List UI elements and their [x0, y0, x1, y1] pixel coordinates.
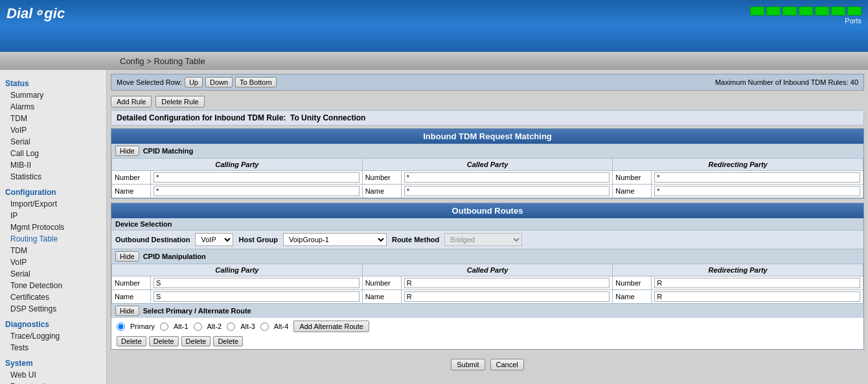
port-light-4 [799, 6, 813, 16]
form-buttons: Submit Cancel [111, 354, 864, 376]
col-redirecting-party: Redirecting Party [613, 159, 863, 171]
row2-label3: Name [613, 185, 652, 198]
delete-button-3[interactable]: Delete [181, 336, 211, 346]
submit-button[interactable]: Submit [451, 359, 485, 370]
cpid-hide-button[interactable]: Hide [115, 251, 139, 262]
sidebar: Status Summary Alarms TDM VoIP Serial Ca… [0, 70, 107, 384]
radio-primary[interactable] [117, 322, 125, 331]
sidebar-item-tdm[interactable]: TDM [0, 113, 106, 124]
cpid-manip-subheader: Hide CPID Manipulation [111, 249, 863, 264]
sidebar-item-tests[interactable]: Tests [0, 342, 106, 354]
sidebar-item-serial-config[interactable]: Serial [0, 268, 106, 280]
detail-rule-name: To Unity Connection [290, 113, 365, 122]
sidebar-item-calllog[interactable]: Call Log [0, 148, 106, 159]
outbound-routes-section: Outbound Routes Device Selection Outboun… [111, 203, 864, 350]
sidebar-item-tonedetection[interactable]: Tone Detection [0, 280, 106, 291]
sidebar-item-tracelogging[interactable]: Trace/Logging [0, 330, 106, 342]
sidebar-section-system: System [0, 356, 106, 369]
up-button[interactable]: Up [185, 77, 203, 87]
sidebar-item-alarms[interactable]: Alarms [0, 101, 106, 113]
radio-alt1[interactable] [160, 322, 168, 331]
cpid-row2-label2: Name [362, 290, 401, 304]
sidebar-section-status: Status [0, 76, 106, 89]
cpid-number-called[interactable] [404, 278, 610, 288]
ports-area: Ports [750, 6, 862, 25]
radio-alt4-label: Alt-4 [274, 322, 289, 330]
cpid-name-redirecting[interactable] [654, 291, 860, 302]
sidebar-item-voip[interactable]: VoIP [0, 124, 106, 136]
delete-rule-button[interactable]: Delete Rule [155, 96, 204, 107]
inbound-name-calling[interactable] [154, 186, 360, 196]
sidebar-item-serial[interactable]: Serial [0, 136, 106, 148]
cpid-name-called[interactable] [404, 291, 610, 302]
detail-prefix: Detailed Configuration for Inbound TDM R… [117, 113, 286, 122]
cpid-row1-label3: Number [613, 277, 652, 290]
table-row: Name Name Name [112, 185, 863, 198]
delete-button-1[interactable]: Delete [117, 336, 146, 346]
port-light-7 [847, 6, 862, 16]
delete-button-4[interactable]: Delete [213, 336, 243, 346]
device-selection-label: Device Selection [111, 218, 863, 231]
sidebar-item-voip-config[interactable]: VoIP [0, 256, 106, 268]
inbound-hide-button[interactable]: Hide [115, 146, 139, 156]
radio-alt3[interactable] [227, 322, 235, 331]
outbound-dest-select[interactable]: VoIP TDM Serial [195, 233, 233, 246]
cpid-number-calling[interactable] [154, 278, 360, 288]
cpid-row1-val2 [401, 277, 613, 290]
inbound-number-calling[interactable] [154, 172, 360, 183]
host-group-select[interactable]: VoipGroup-1 [283, 233, 387, 246]
down-button[interactable]: Down [205, 77, 233, 87]
sidebar-item-webui[interactable]: Web UI [0, 369, 106, 381]
cpid-row2-label3: Name [613, 290, 652, 304]
delete-button-2[interactable]: Delete [149, 336, 179, 346]
ports-label: Ports [845, 17, 862, 25]
cpid-row2-val2 [401, 290, 613, 304]
cpid-col-called: Called Party [362, 264, 613, 277]
row2-val2 [401, 185, 613, 198]
add-rule-button[interactable]: Add Rule [111, 96, 152, 107]
row1-val3 [652, 171, 863, 185]
main-content: Move Selected Row: Up Down To Bottom Max… [107, 70, 868, 384]
cpid-row1-label2: Number [362, 277, 401, 290]
inbound-number-redirecting[interactable] [654, 172, 860, 183]
device-row: Outbound Destination VoIP TDM Serial Hos… [111, 231, 863, 249]
sidebar-item-importexport[interactable]: Import/Export [0, 198, 106, 210]
sidebar-item-routingtable[interactable]: Routing Table [0, 233, 106, 245]
route-method-select[interactable]: Bridged [444, 233, 522, 246]
cpid-name-calling[interactable] [154, 291, 360, 302]
logo: Dial⚬gic [6, 5, 65, 22]
add-alternate-route-button[interactable]: Add Alternate Route [293, 321, 369, 332]
sidebar-item-password[interactable]: Password [0, 381, 106, 384]
primary-hide-button[interactable]: Hide [115, 306, 139, 316]
row1-label1: Number [112, 171, 151, 185]
cpid-col-calling: Calling Party [112, 264, 363, 277]
breadcrumb-bar: Config > Routing Table [0, 52, 868, 70]
port-light-6 [831, 6, 845, 16]
sidebar-item-mgmtprotocols[interactable]: Mgmt Protocols [0, 221, 106, 233]
sidebar-item-certificates[interactable]: Certificates [0, 291, 106, 303]
breadcrumb: Config > Routing Table [120, 56, 205, 66]
radio-alt2[interactable] [194, 322, 202, 331]
inbound-name-redirecting[interactable] [654, 186, 860, 196]
sidebar-item-summary[interactable]: Summary [0, 89, 106, 101]
sidebar-item-tdm-config[interactable]: TDM [0, 245, 106, 256]
cpid-number-redirecting[interactable] [654, 278, 860, 288]
cancel-button[interactable]: Cancel [490, 359, 524, 370]
inbound-name-called[interactable] [404, 186, 610, 196]
radio-alt4[interactable] [260, 322, 269, 331]
sidebar-item-dspsettings[interactable]: DSP Settings [0, 303, 106, 315]
sidebar-section-diagnostics: Diagnostics [0, 317, 106, 330]
outbound-routes-header: Outbound Routes [111, 203, 863, 218]
header: Dial⚬gic Ports [0, 0, 868, 52]
top-bar: Move Selected Row: Up Down To Bottom Max… [111, 74, 864, 91]
cpid-row2-val1 [151, 290, 363, 304]
inbound-number-called[interactable] [404, 172, 610, 183]
sidebar-item-ip[interactable]: IP [0, 210, 106, 221]
to-bottom-button[interactable]: To Bottom [235, 77, 277, 87]
sidebar-item-mibii[interactable]: MIB-II [0, 159, 106, 171]
radio-primary-label: Primary [130, 322, 155, 330]
inbound-tdm-table: Calling Party Called Party Redirecting P… [111, 158, 863, 198]
port-light-5 [815, 6, 829, 16]
table-row: Name Name Name [112, 290, 863, 304]
sidebar-item-statistics[interactable]: Statistics [0, 171, 106, 183]
